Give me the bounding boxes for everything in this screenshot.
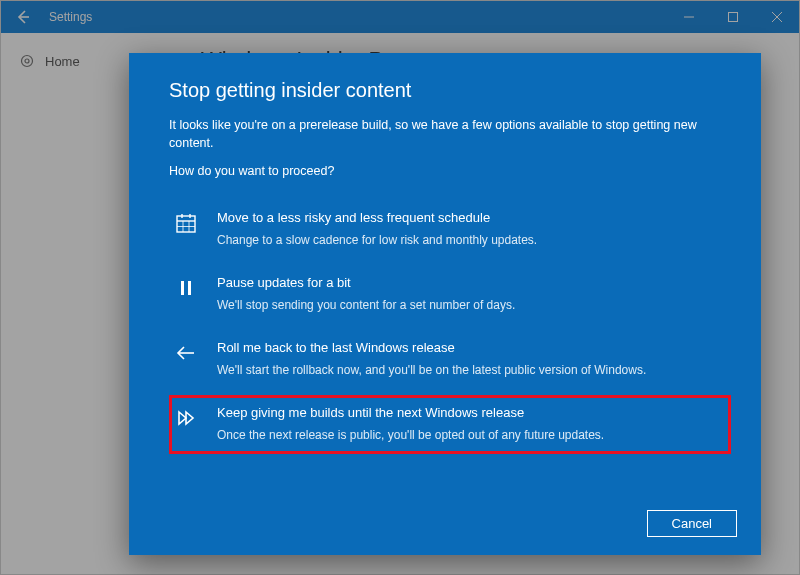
stop-insider-dialog: Stop getting insider content It looks li… — [129, 53, 761, 555]
rollback-arrow-icon — [173, 340, 199, 364]
fast-forward-icon — [173, 405, 199, 429]
dialog-footer: Cancel — [647, 510, 737, 537]
option-desc: Once the next release is public, you'll … — [217, 428, 723, 442]
option-keep-until-next-release[interactable]: Keep giving me builds until the next Win… — [169, 395, 731, 454]
pause-icon — [173, 275, 199, 299]
option-title: Keep giving me builds until the next Win… — [217, 405, 723, 420]
option-desc: We'll stop sending you content for a set… — [217, 298, 723, 312]
svg-rect-7 — [177, 216, 195, 232]
option-title: Roll me back to the last Windows release — [217, 340, 723, 355]
option-pause-updates[interactable]: Pause updates for a bit We'll stop sendi… — [169, 265, 731, 324]
svg-rect-15 — [188, 281, 191, 295]
cancel-button[interactable]: Cancel — [647, 510, 737, 537]
app-frame: Settings Home Windows — [0, 0, 800, 575]
option-slow-schedule[interactable]: Move to a less risky and less frequent s… — [169, 200, 731, 259]
dialog-title: Stop getting insider content — [169, 79, 731, 102]
option-title: Move to a less risky and less frequent s… — [217, 210, 723, 225]
option-title: Pause updates for a bit — [217, 275, 723, 290]
svg-rect-14 — [181, 281, 184, 295]
option-desc: We'll start the rollback now, and you'll… — [217, 363, 723, 377]
calendar-icon — [173, 210, 199, 234]
option-rollback[interactable]: Roll me back to the last Windows release… — [169, 330, 731, 389]
dialog-question: How do you want to proceed? — [169, 164, 731, 178]
option-desc: Change to a slow cadence for low risk an… — [217, 233, 723, 247]
dialog-intro: It looks like you're on a prerelease bui… — [169, 116, 709, 152]
dialog-options: Move to a less risky and less frequent s… — [169, 200, 731, 454]
